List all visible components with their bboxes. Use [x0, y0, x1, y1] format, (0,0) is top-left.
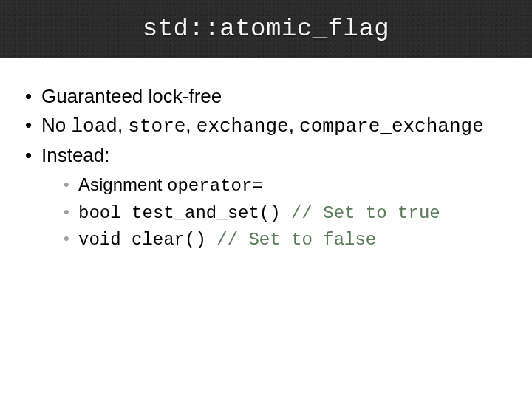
sub-bullet-list: Asignment operator= bool test_and_set() … — [41, 173, 523, 252]
bullet-text: , — [117, 114, 128, 136]
bullet-item: No load, store, exchange, compare_exchan… — [21, 112, 523, 140]
bullet-list: Guaranteed lock-free No load, store, exc… — [21, 83, 523, 252]
code-text: void clear() — [78, 230, 216, 250]
sub-bullet-item: void clear() // Set to false — [61, 227, 523, 252]
code-text: compare_exchange — [299, 115, 484, 137]
bullet-text: Instead: — [41, 144, 110, 166]
sub-bullet-text: Asignment — [78, 174, 167, 194]
code-comment: // Set to false — [216, 230, 376, 250]
code-text: operator= — [167, 176, 263, 196]
bullet-text: No — [41, 114, 71, 136]
bullet-item: Guaranteed lock-free — [21, 83, 523, 109]
code-comment: // Set to true — [291, 203, 440, 223]
bullet-text: , — [289, 114, 299, 136]
code-text: store — [128, 115, 185, 137]
sub-bullet-item: Asignment operator= — [61, 173, 523, 198]
slide: std::atomic_flag Guaranteed lock-free No… — [0, 0, 532, 399]
slide-content: Guaranteed lock-free No load, store, exc… — [0, 58, 532, 252]
code-text: bool test_and_set() — [78, 203, 291, 223]
sub-bullet-item: bool test_and_set() // Set to true — [61, 200, 523, 225]
bullet-item: Instead: Asignment operator= bool test_a… — [21, 143, 523, 252]
bullet-text: , — [185, 114, 196, 136]
title-bar: std::atomic_flag — [0, 0, 532, 58]
bullet-text: Guaranteed lock-free — [41, 85, 222, 107]
code-text: load — [71, 115, 117, 137]
slide-title: std::atomic_flag — [143, 15, 389, 43]
code-text: exchange — [197, 115, 289, 137]
